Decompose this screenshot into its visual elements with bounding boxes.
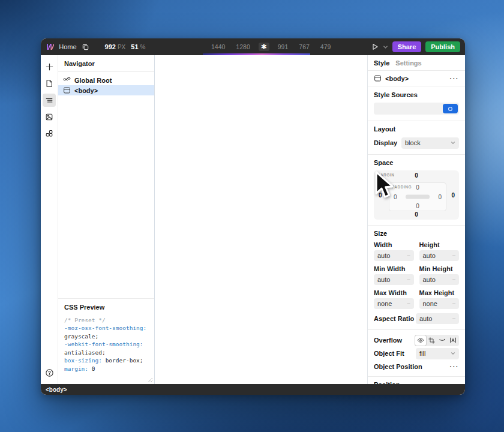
css-preview-code: /* Preset */ -moz-osx-font-smoothing: gr… (64, 316, 148, 373)
css-preview-title: CSS Preview (64, 304, 148, 311)
margin-top-value[interactable]: 0 (415, 172, 418, 179)
padding-bottom-value[interactable]: 0 (416, 203, 419, 209)
breakpoint-gradient-indicator (203, 53, 310, 55)
tree-item-global-root[interactable]: Global Root (58, 75, 154, 85)
chevron-down-icon (451, 351, 455, 356)
breakpoint-1440[interactable]: 1440 (209, 42, 227, 52)
overflow-hidden-button[interactable] (426, 335, 437, 346)
object-position-menu-button[interactable]: ··· (450, 363, 460, 370)
width-input[interactable]: auto– (374, 250, 414, 261)
scroll-icon (439, 337, 446, 344)
breakpoint-1280[interactable]: 1280 (233, 42, 252, 52)
unit-indicator: – (407, 253, 410, 259)
mouse-cursor (373, 170, 394, 199)
display-label: Display (374, 139, 401, 146)
navigator-panel: Navigator Global Root <body> CSS Preview… (58, 55, 155, 384)
breakpoint-base[interactable]: ✱ (259, 43, 269, 51)
padding-left-value[interactable]: 0 (394, 194, 397, 200)
style-sources-input[interactable] (374, 103, 459, 115)
selected-element-label: <body> (385, 75, 409, 82)
top-toolbar: W Home 992 PX 51 % 1440 1280 ✱ 991 767 4… (41, 38, 465, 55)
breakpoint-991[interactable]: 991 (275, 42, 291, 52)
padding-right-value[interactable]: 0 (438, 194, 442, 200)
pages-icon[interactable] (43, 77, 56, 90)
height-label: Height (419, 241, 460, 248)
canvas-width-unit: PX (118, 44, 125, 50)
status-bar: <body> (41, 384, 465, 395)
panel-resize-handle[interactable] (148, 377, 153, 383)
publish-button[interactable]: Publish (425, 41, 460, 52)
home-button[interactable]: Home (59, 43, 76, 50)
overflow-auto-button[interactable] (448, 335, 458, 346)
left-toolbar-rail (41, 55, 58, 384)
app-window: W Home 992 PX 51 % 1440 1280 ✱ 991 767 4… (41, 38, 465, 395)
margin-bottom-value[interactable]: 0 (415, 211, 418, 218)
share-button[interactable]: Share (392, 41, 422, 52)
padding-top-value[interactable]: 0 (416, 184, 419, 191)
body-element-icon (63, 86, 71, 94)
canvas-width-value: 992 (105, 43, 116, 50)
max-height-input[interactable]: none– (419, 298, 460, 309)
display-value: block (405, 139, 421, 146)
size-section-title: Size (374, 230, 459, 237)
style-sources-title: Style Sources (374, 91, 459, 98)
body-element-icon (374, 74, 382, 82)
unit-indicator: – (407, 301, 410, 307)
tab-style[interactable]: Style (374, 59, 389, 67)
overflow-label: Overflow (374, 337, 415, 344)
chevron-down-icon (451, 140, 455, 145)
object-fit-label: Object Fit (374, 350, 416, 357)
aspect-ratio-label: Aspect Ratio (374, 315, 416, 322)
space-section-title: Space (374, 159, 459, 166)
canvas-dimensions[interactable]: 992 PX 51 % (105, 43, 146, 50)
add-component-button[interactable] (43, 60, 56, 73)
design-canvas[interactable] (155, 55, 367, 384)
copy-icon[interactable] (82, 43, 89, 51)
navigator-icon[interactable] (43, 94, 56, 107)
tree-item-body[interactable]: <body> (58, 85, 154, 95)
margin-right-value[interactable]: 0 (451, 192, 455, 199)
min-height-label: Min Height (419, 265, 460, 272)
aspect-ratio-input[interactable]: auto– (416, 313, 459, 324)
help-icon[interactable] (43, 366, 56, 379)
width-label: Width (374, 241, 414, 248)
padding-label: PADDING (392, 185, 412, 189)
max-height-label: Max Height (419, 289, 460, 296)
object-position-label: Object Position (374, 363, 450, 370)
display-select[interactable]: block (401, 137, 459, 149)
components-icon[interactable] (43, 127, 56, 140)
status-selected-element: <body> (46, 386, 67, 393)
unit-indicator: – (452, 316, 455, 322)
auto-icon (449, 337, 457, 344)
assets-image-icon[interactable] (43, 110, 56, 124)
tree-item-label: <body> (74, 87, 98, 94)
preview-play-icon[interactable] (371, 43, 379, 50)
unit-indicator: – (452, 277, 455, 283)
height-input[interactable]: auto– (419, 250, 460, 261)
min-width-input[interactable]: auto– (374, 274, 414, 285)
unit-indicator: – (452, 301, 455, 307)
content-area-bar (406, 195, 430, 199)
zoom-value: 51 (131, 43, 138, 50)
overflow-scroll-button[interactable] (437, 335, 448, 346)
crop-icon (428, 337, 435, 344)
navigator-title: Navigator (58, 55, 154, 72)
max-width-label: Max Width (374, 289, 414, 296)
padding-box[interactable]: PADDING 0 0 0 0 (389, 182, 446, 211)
breakpoint-767[interactable]: 767 (296, 42, 312, 52)
chevron-down-icon[interactable] (383, 44, 388, 50)
unit-indicator: – (407, 277, 410, 283)
overflow-visible-button[interactable] (415, 335, 426, 346)
webstudio-logo[interactable]: W (46, 42, 54, 52)
style-panel: Style Settings <body> ··· Style Sources … (367, 55, 465, 384)
local-style-source-chip[interactable] (443, 104, 458, 113)
object-fit-select[interactable]: fill (416, 348, 459, 359)
tab-settings[interactable]: Settings (395, 59, 421, 67)
max-width-input[interactable]: none– (374, 298, 414, 309)
tree-item-label: Global Root (74, 77, 112, 84)
min-height-input[interactable]: auto– (419, 274, 460, 285)
breakpoint-479[interactable]: 479 (318, 42, 334, 52)
zoom-unit: % (140, 44, 146, 50)
breakpoint-bar: 1440 1280 ✱ 991 767 479 (198, 42, 371, 52)
element-menu-button[interactable]: ··· (450, 75, 460, 82)
